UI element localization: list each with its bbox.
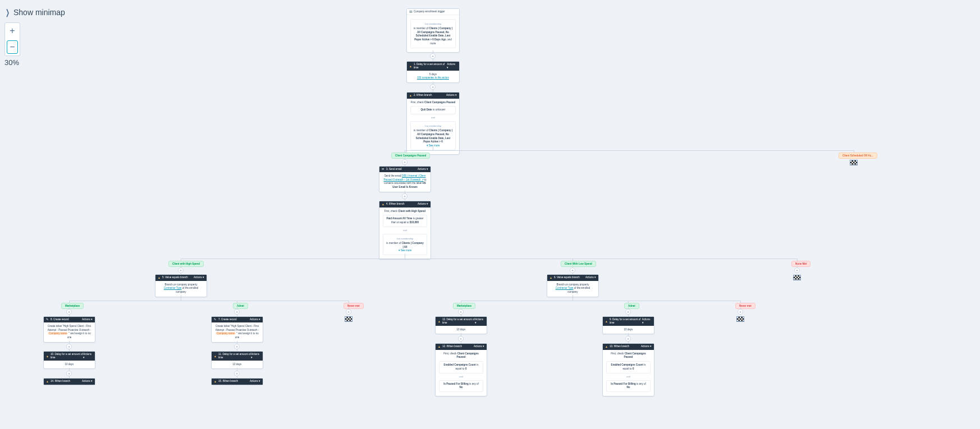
enrolled-count-link[interactable]: 153 companies in this action	[410, 76, 456, 80]
zoom-in-button[interactable]: +	[5, 23, 20, 39]
create-record-card-7[interactable]: ✎7. Create recordActions ▾ Create ticket…	[211, 316, 263, 343]
actions-menu[interactable]: Actions ▾	[251, 353, 260, 359]
end-flag-icon	[736, 316, 744, 322]
pencil-icon: ✎	[46, 318, 49, 321]
actions-menu[interactable]: Actions ▾	[194, 276, 204, 279]
delay-card-1[interactable]: ▲1. Delay for a set amount of timeAction…	[406, 61, 460, 83]
delay-card-9d[interactable]: ▲9. Delay for a set amount of timeAction…	[602, 316, 654, 334]
branch-pill[interactable]: Never met	[344, 303, 364, 309]
end-flag-icon	[850, 160, 858, 165]
branch-pill[interactable]: Client Scheduled OR Ac...	[839, 153, 877, 159]
add-step-button[interactable]: +	[402, 159, 407, 165]
add-step-button[interactable]: +	[66, 344, 72, 349]
building-icon: 🏢	[409, 10, 412, 13]
warning-icon: ▲	[605, 345, 608, 349]
delay-card-10[interactable]: ▲10. Delay for a set amount of timeActio…	[43, 351, 95, 369]
branch-card-12b[interactable]: ▲12. If/then branchActions ▾ First, chec…	[435, 343, 487, 396]
zoom-level-label: 30%	[4, 58, 19, 67]
add-step-button[interactable]: +	[458, 336, 464, 342]
zoom-out-button[interactable]: −	[7, 40, 18, 54]
end-flag-icon	[345, 316, 352, 322]
delay-card-12d[interactable]: ▲12. Delay for a set amount of timeActio…	[435, 316, 487, 334]
actions-menu[interactable]: Actions ▾	[585, 276, 596, 279]
branch-pill[interactable]: Client Campaigns Paused	[391, 153, 430, 159]
add-step-button[interactable]: +	[234, 309, 240, 315]
add-step-button[interactable]: +	[234, 371, 240, 376]
email-card-3[interactable]: ✉3. Send emailActions ▾ Send the email 3…	[379, 166, 431, 192]
actions-menu[interactable]: Actions ▾	[641, 345, 652, 348]
add-step-button[interactable]: +	[430, 84, 436, 90]
add-step-button[interactable]: +	[458, 309, 464, 315]
value-branch-card-6[interactable]: ▲6. Value equals branchActions ▾ Branch …	[547, 274, 599, 297]
warning-icon: ▲	[409, 94, 412, 98]
warning-icon: ▲	[438, 345, 441, 349]
actions-menu[interactable]: Actions ▾	[642, 318, 652, 325]
actions-menu[interactable]: Actions ▾	[418, 168, 428, 171]
warning-icon: ▲	[46, 380, 49, 384]
warning-icon: ▲	[158, 276, 161, 280]
add-step-button[interactable]: +	[234, 344, 240, 349]
branch-card-15[interactable]: ▲15. If/then branchActions ▾	[211, 378, 263, 385]
actions-menu[interactable]: Actions ▾	[447, 63, 457, 70]
show-minimap-toggle[interactable]: ❯ Show minimap	[4, 8, 65, 17]
add-step-button[interactable]: +	[794, 267, 800, 273]
add-step-button[interactable]: +	[346, 309, 351, 315]
add-step-button[interactable]: +	[570, 267, 575, 273]
actions-menu[interactable]: Actions ▾	[475, 318, 484, 325]
actions-menu[interactable]: Actions ▾	[474, 345, 484, 348]
add-step-button[interactable]: +	[178, 267, 184, 273]
warning-icon: ▲	[605, 320, 608, 324]
add-step-button[interactable]: +	[66, 371, 72, 376]
end-flag-icon	[793, 275, 801, 280]
pencil-icon: ✎	[214, 318, 217, 321]
branch-pill[interactable]: Adnet	[233, 303, 248, 309]
add-step-button[interactable]: +	[625, 309, 631, 315]
minimap-label: Show minimap	[13, 8, 65, 17]
add-step-button[interactable]: +	[430, 53, 436, 59]
branch-pill[interactable]: Client With Low Spend	[561, 261, 596, 267]
branch-pill[interactable]: Adnet	[624, 303, 639, 309]
branch-card-4[interactable]: ▲4. If/then branchActions ▾ First, check…	[379, 201, 431, 260]
actions-menu[interactable]: Actions ▾	[250, 318, 260, 321]
warning-icon: ▲	[438, 320, 441, 324]
warning-icon: ▲	[46, 354, 49, 358]
warning-icon: ▲	[382, 202, 384, 206]
warning-icon: ▲	[409, 64, 412, 68]
add-step-button[interactable]: +	[625, 336, 631, 342]
actions-menu[interactable]: Actions ▾	[250, 380, 260, 383]
branch-pill[interactable]: Marketplace	[61, 303, 84, 309]
zoom-controls: + −	[4, 22, 20, 56]
see-more-link[interactable]: ▾ See more	[386, 249, 424, 253]
warning-icon: ▲	[214, 354, 217, 358]
branch-pill[interactable]: Client with High Spend	[168, 261, 204, 267]
actions-menu[interactable]: Actions ▾	[83, 353, 93, 359]
chevron-right-icon: ❯	[6, 8, 10, 17]
branch-card-13b[interactable]: ▲13. If/then branchActions ▾ First, chec…	[602, 343, 654, 396]
branch-card-14[interactable]: ▲14. If/then branchActions ▾	[43, 378, 95, 385]
add-step-button[interactable]: +	[66, 309, 72, 315]
branch-pill[interactable]: None Met	[791, 261, 810, 267]
mail-icon: ✉	[382, 168, 384, 170]
branch-pill[interactable]: Never met	[735, 303, 755, 309]
actions-menu[interactable]: Actions ▾	[82, 318, 93, 321]
warning-icon: ▲	[549, 276, 552, 280]
create-record-card-8[interactable]: ✎8. Create recordActions ▾ Create ticket…	[43, 316, 95, 343]
delay-card-11[interactable]: ▲11. Delay for a set amount of timeActio…	[211, 351, 263, 369]
warning-icon: ▲	[214, 380, 217, 384]
trigger-card[interactable]: 🏢Company enrollment trigger List members…	[406, 8, 460, 53]
actions-menu[interactable]: Actions ▾	[82, 380, 93, 383]
actions-menu[interactable]: Actions ▾	[418, 202, 428, 206]
add-step-button[interactable]: +	[738, 309, 743, 315]
value-branch-card-5[interactable]: ▲5. Value equals branchActions ▾ Branch …	[155, 274, 207, 297]
add-step-button[interactable]: +	[402, 193, 407, 199]
actions-menu[interactable]: Actions ▾	[446, 94, 457, 97]
branch-pill[interactable]: Marketplace	[453, 303, 475, 309]
